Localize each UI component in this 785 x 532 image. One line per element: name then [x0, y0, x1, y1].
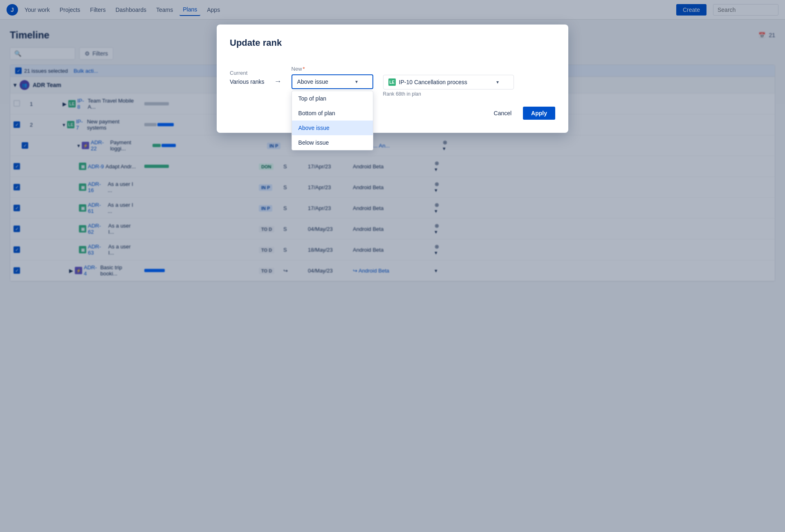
issue-select[interactable]: LE IP-10 Cancellation process ▾ — [383, 75, 514, 89]
arrow-icon: → — [274, 77, 282, 86]
new-rank-select[interactable]: Above issue ▾ — [292, 74, 373, 89]
selected-option-text: Above issue — [297, 78, 328, 85]
rank-hint: Rank 68th in plan — [383, 91, 514, 97]
rank-dropdown-menu: Top of plan Bottom of plan Above issue B… — [292, 91, 373, 150]
modal-overlay: Update rank Current Various ranks → New*… — [0, 0, 785, 532]
current-value: Various ranks — [230, 78, 265, 85]
dropdown-item-bottom-of-plan[interactable]: Bottom of plan — [292, 106, 373, 121]
issue-field: Issue LE IP-10 Cancellation process ▾ Ra… — [383, 66, 514, 97]
modal-title: Update rank — [230, 38, 555, 48]
issue-label-text: IP-10 Cancellation process — [399, 79, 467, 85]
dropdown-item-above-issue[interactable]: Above issue — [292, 121, 373, 135]
cancel-button[interactable]: Cancel — [487, 107, 518, 120]
dropdown-item-below-issue[interactable]: Below issue — [292, 135, 373, 150]
issue-chevron-icon: ▾ — [496, 79, 499, 85]
new-select-wrapper: Above issue ▾ Top of plan Bottom of plan… — [292, 74, 373, 89]
required-marker: * — [303, 66, 305, 72]
modal-fields: Current Various ranks → New* Above issue… — [230, 58, 555, 97]
current-field: Current Various ranks — [230, 70, 265, 85]
modal-footer: Cancel Apply — [230, 107, 555, 120]
apply-button[interactable]: Apply — [523, 107, 555, 120]
new-label: New* — [292, 66, 373, 72]
chevron-down-icon: ▾ — [355, 79, 358, 85]
dropdown-item-top-of-plan[interactable]: Top of plan — [292, 91, 373, 106]
issue-icon-le: LE — [388, 78, 396, 86]
current-label: Current — [230, 70, 265, 76]
update-rank-modal: Update rank Current Various ranks → New*… — [217, 25, 568, 133]
new-field: New* Above issue ▾ Top of plan Bottom of… — [292, 66, 373, 89]
